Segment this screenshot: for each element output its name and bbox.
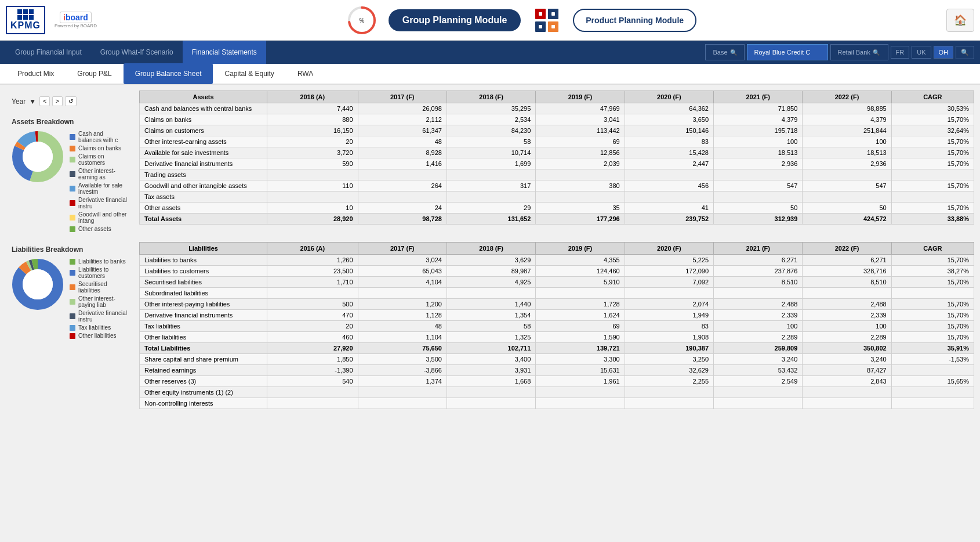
liab-cell: 2,339 bbox=[803, 310, 891, 321]
liab-cell: 6,271 bbox=[714, 255, 803, 266]
nav-group-whatif[interactable]: Group What-If Scenario bbox=[91, 41, 183, 64]
assets-cell bbox=[267, 169, 358, 180]
liab-cell bbox=[447, 398, 535, 409]
nav-financial-statements[interactable]: Financial Statements bbox=[183, 41, 266, 64]
assets-cell: 98,728 bbox=[358, 214, 447, 225]
year-label: Year bbox=[12, 97, 26, 106]
assets-cell: 131,652 bbox=[447, 214, 535, 225]
liab-cell: 1,440 bbox=[447, 299, 535, 310]
assets-cell: 590 bbox=[267, 158, 358, 169]
subnav: Product Mix Group P&L Group Balance Shee… bbox=[0, 64, 980, 85]
liab-cell: Securitised liabilities bbox=[140, 277, 267, 288]
liab-cell: 2,074 bbox=[625, 299, 713, 310]
assets-cell: 84,230 bbox=[447, 125, 535, 136]
assets-cell: 264 bbox=[358, 180, 447, 191]
liab-cell: 1,128 bbox=[358, 310, 447, 321]
liab-cell: 102,711 bbox=[447, 343, 535, 354]
navbar: Group Financial Input Group What-If Scen… bbox=[0, 41, 980, 64]
liab-cell: 15,631 bbox=[536, 365, 625, 376]
board-logo: iboard Powered by BOARD bbox=[55, 12, 97, 28]
assets-cell: 8,928 bbox=[358, 147, 447, 158]
legend-other-paying: Other interest-paying liab bbox=[70, 295, 128, 308]
liab-cell: 2,488 bbox=[803, 299, 891, 310]
subnav-product-mix[interactable]: Product Mix bbox=[6, 63, 66, 84]
liab-cell: 1,710 bbox=[267, 277, 358, 288]
segment-retail-bank[interactable]: Retail Bank 🔍 bbox=[830, 44, 888, 60]
liab-cell: 1,668 bbox=[447, 376, 535, 387]
home-button[interactable]: 🏠 bbox=[946, 9, 974, 32]
flag-oh[interactable]: OH bbox=[934, 46, 954, 59]
year-prev-button[interactable]: < bbox=[39, 96, 50, 106]
liab-cell: 1,908 bbox=[625, 332, 713, 343]
liab-cell: 1,354 bbox=[447, 310, 535, 321]
liab-col-2021: 2021 (F) bbox=[714, 243, 803, 255]
assets-cell: 239,752 bbox=[625, 214, 713, 225]
liab-cell bbox=[714, 288, 803, 299]
right-panel: Assets 2016 (A) 2017 (F) 2018 (F) 2019 (… bbox=[139, 91, 974, 427]
assets-cell: 2,112 bbox=[358, 114, 447, 125]
nav-group-financial-input[interactable]: Group Financial Input bbox=[6, 41, 91, 64]
dropdown-icon: ▼ bbox=[29, 97, 36, 106]
liab-cell: 2,289 bbox=[803, 332, 891, 343]
product-planning-button[interactable]: Product Planning Module bbox=[573, 9, 696, 32]
liab-cell bbox=[267, 398, 358, 409]
assets-cell bbox=[536, 169, 625, 180]
assets-cell: 26,098 bbox=[358, 103, 447, 114]
group-planning-button[interactable]: Group Planning Module bbox=[389, 9, 521, 31]
assets-cell bbox=[358, 191, 447, 203]
subnav-group-pl[interactable]: Group P&L bbox=[66, 63, 123, 84]
liab-cell bbox=[536, 398, 625, 409]
legend-derivative-assets: Derivative financial instru bbox=[70, 197, 128, 209]
liab-cell: 3,629 bbox=[447, 255, 535, 266]
liab-cell: 328,716 bbox=[803, 266, 891, 277]
subnav-rwa[interactable]: RWA bbox=[286, 63, 325, 84]
assets-cell: 35 bbox=[536, 203, 625, 214]
liab-cell bbox=[891, 387, 974, 398]
liab-cell: 259,809 bbox=[714, 343, 803, 354]
assets-cell: 150,146 bbox=[625, 125, 713, 136]
legend-claims-banks: Claims on banks bbox=[70, 145, 128, 151]
liab-cell: 540 bbox=[267, 376, 358, 387]
liab-cell bbox=[358, 387, 447, 398]
assets-cell bbox=[536, 191, 625, 203]
assets-cell: 15,70% bbox=[891, 136, 974, 147]
svg-point-21 bbox=[23, 269, 53, 299]
liab-col-2019: 2019 (F) bbox=[536, 243, 625, 255]
liab-cell: 6,271 bbox=[803, 255, 891, 266]
legend-dot-other-assets bbox=[70, 226, 75, 232]
assets-cell: 1,416 bbox=[358, 158, 447, 169]
legend-goodwill: Goodwill and other intang bbox=[70, 211, 128, 224]
year-reset-button[interactable]: ↺ bbox=[65, 96, 77, 106]
assets-cell: 41 bbox=[625, 203, 713, 214]
liab-cell: 3,931 bbox=[447, 365, 535, 376]
header: KPMG iboard Powered by BOARD % Group Pla… bbox=[0, 0, 980, 41]
assets-col-2020: 2020 (F) bbox=[625, 91, 713, 103]
liab-cell: 1,961 bbox=[536, 376, 625, 387]
progress-circle: % bbox=[347, 5, 377, 35]
liab-cell: 65,043 bbox=[358, 266, 447, 277]
liab-cell: 5,910 bbox=[536, 277, 625, 288]
assets-cell: 28,920 bbox=[267, 214, 358, 225]
flag-fr[interactable]: FR bbox=[891, 46, 910, 59]
liab-cell: 1,260 bbox=[267, 255, 358, 266]
segment-base[interactable]: Base 🔍 bbox=[705, 44, 744, 60]
segment-royal-blue[interactable]: Royal Blue Credit C bbox=[747, 44, 828, 60]
kpmg-logo: KPMG bbox=[6, 6, 45, 34]
assets-cell: 312,939 bbox=[714, 214, 803, 225]
flag-uk[interactable]: UK bbox=[912, 46, 931, 59]
year-next-button[interactable]: > bbox=[52, 96, 63, 106]
legend-dot-other-paying bbox=[70, 299, 75, 305]
liab-cell: 8,510 bbox=[714, 277, 803, 288]
assets-cell bbox=[447, 169, 535, 180]
liab-col-2017: 2017 (F) bbox=[358, 243, 447, 255]
navbar-search-button[interactable]: 🔍 bbox=[956, 46, 974, 59]
liabilities-table-section: Liabilities 2016 (A) 2017 (F) 2018 (F) 2… bbox=[139, 242, 974, 409]
liab-col-2016: 2016 (A) bbox=[267, 243, 358, 255]
subnav-capital-equity[interactable]: Capital & Equity bbox=[213, 63, 285, 84]
assets-cell: 547 bbox=[714, 180, 803, 191]
subnav-group-balance-sheet[interactable]: Group Balance Sheet bbox=[124, 63, 213, 84]
liab-cell: 15,70% bbox=[891, 277, 974, 288]
product-icon-svg bbox=[534, 8, 560, 33]
liab-cell: Liabilities to banks bbox=[140, 255, 267, 266]
assets-cell: Trading assets bbox=[140, 169, 267, 180]
